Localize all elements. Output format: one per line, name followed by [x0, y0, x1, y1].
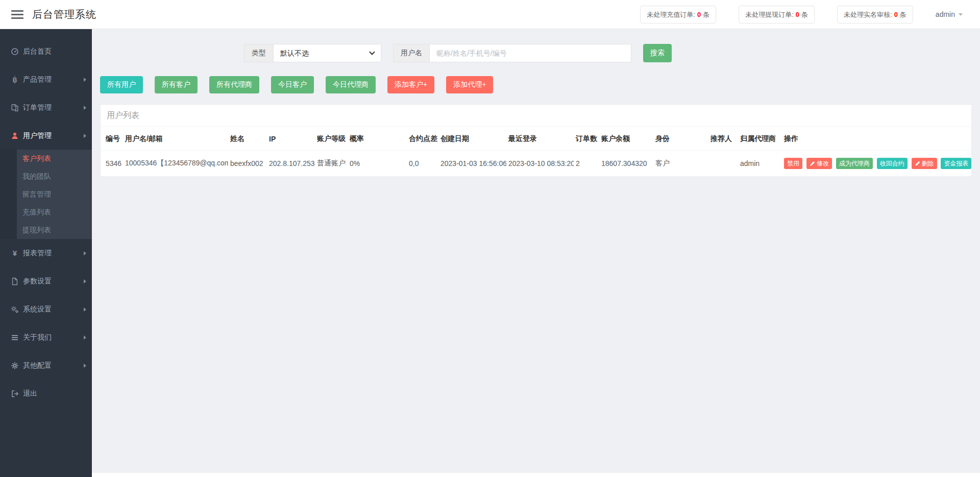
sidebar-item-about[interactable]: 关于我们	[0, 323, 92, 351]
sidebar-item-dashboard[interactable]: 后台首页	[0, 37, 92, 65]
orders-icon	[10, 104, 19, 112]
sidebar-item-system-settings[interactable]: 系统设置	[0, 295, 92, 323]
sidebar-item-label: 产品管理	[23, 75, 52, 84]
bitcoin-icon: B	[10, 76, 19, 84]
cell-order-count: 2	[574, 151, 599, 177]
col-ip: IP	[267, 127, 315, 151]
logout-icon	[10, 390, 19, 398]
sidebar-item-label: 后台首页	[23, 47, 52, 56]
list-icon	[10, 333, 19, 342]
submenu-item-messages[interactable]: 留言管理	[0, 185, 92, 203]
col-probability: 概率	[348, 127, 407, 151]
recall-contract-button[interactable]: 收回合约	[877, 158, 908, 169]
username-label: 用户名	[393, 44, 429, 62]
users-submenu: 客户列表 我的团队 留言管理 充值列表 提现列表	[0, 150, 92, 239]
user-dropdown-label: admin	[936, 10, 955, 18]
sidebar-item-other-config[interactable]: 其他配置	[0, 351, 92, 379]
all-customers-button[interactable]: 所有客户	[155, 76, 198, 93]
hamburger-menu-icon[interactable]	[11, 8, 23, 21]
sidebar-item-reports[interactable]: ¥ 报表管理	[0, 239, 92, 267]
search-button[interactable]: 搜索	[643, 44, 672, 62]
pending-withdraw-badge[interactable]: 未处理提现订单:0条	[739, 6, 815, 23]
dashboard-icon	[10, 47, 19, 56]
sidebar-item-label: 订单管理	[23, 103, 52, 112]
chevron-right-icon	[84, 134, 86, 138]
sidebar-item-label: 退出	[23, 389, 37, 398]
main-content: 类型 默认不选 用户名 搜索 所有用户 所有客户 所有代理商 今日客户 今日代理…	[92, 29, 980, 473]
sidebar-item-label: 关于我们	[23, 333, 52, 342]
become-agent-button[interactable]: 成为代理商	[836, 158, 873, 169]
panel-title: 用户列表	[101, 105, 971, 127]
sidebar-item-label: 报表管理	[23, 249, 52, 258]
all-users-button[interactable]: 所有用户	[100, 76, 143, 93]
chevron-right-icon	[84, 307, 86, 312]
col-created-date: 创建日期	[438, 127, 506, 151]
col-actions: 操作	[782, 127, 971, 151]
gears-icon	[10, 305, 19, 314]
table-header-row: 编号 用户名/邮箱 姓名 IP 账户等级 概率 合约点差 创建日期 最近登录 订…	[101, 127, 971, 151]
submenu-item-my-team[interactable]: 我的团队	[0, 168, 92, 185]
edit-button[interactable]: 修改	[806, 158, 832, 169]
chevron-right-icon	[84, 106, 86, 110]
col-last-login: 最近登录	[506, 127, 574, 151]
username-input[interactable]	[429, 44, 631, 62]
pending-verify-badge[interactable]: 未处理实名审核:0条	[837, 6, 913, 23]
submenu-item-recharge-list[interactable]: 充值列表	[0, 203, 92, 221]
type-select[interactable]: 默认不选	[273, 44, 381, 62]
delete-button[interactable]: 删除	[912, 158, 937, 169]
sidebar-item-label: 用户管理	[23, 131, 52, 140]
user-table: 编号 用户名/邮箱 姓名 IP 账户等级 概率 合约点差 创建日期 最近登录 订…	[101, 127, 971, 177]
cell-balance: 18607.304320	[599, 151, 653, 177]
pending-recharge-badge[interactable]: 未处理充值订单:0条	[640, 6, 716, 23]
chevron-right-icon	[84, 336, 86, 340]
sidebar-item-users[interactable]: 用户管理	[0, 122, 92, 150]
today-customers-button[interactable]: 今日客户	[271, 76, 314, 93]
cell-actions: 禁用 修改 成为代理商 收回合约 删除 资金报表	[782, 151, 971, 177]
sidebar-item-logout[interactable]: 退出	[0, 379, 92, 408]
today-agents-button[interactable]: 今日代理商	[326, 76, 376, 93]
col-order-count: 订单数	[574, 127, 599, 151]
cell-probability: 0%	[348, 151, 407, 177]
chevron-right-icon	[84, 279, 86, 283]
pencil-icon	[810, 161, 815, 166]
sidebar: 后台首页 B 产品管理 订单管理 用户管理 客户列表 我的团队 留言管理 充值列…	[0, 29, 92, 477]
user-list-panel: 用户列表 编号 用户名/邮箱 姓名 IP 账户等级 概率 合约点差 创建日期	[100, 104, 972, 177]
sidebar-item-label: 系统设置	[23, 305, 52, 314]
document-icon	[10, 277, 19, 285]
user-dropdown[interactable]: admin	[936, 10, 963, 18]
all-agents-button[interactable]: 所有代理商	[209, 76, 259, 93]
cell-account-level: 普通账户	[315, 151, 348, 177]
cell-ip: 202.8.107.253	[267, 151, 315, 177]
filter-buttons-row: 所有用户 所有客户 所有代理商 今日客户 今日代理商 添加客户+ 添加代理+	[92, 76, 980, 93]
cell-created-date: 2023-01-03 16:56:06	[438, 151, 506, 177]
add-agent-button[interactable]: 添加代理+	[446, 76, 493, 93]
chevron-right-icon	[84, 364, 86, 368]
sidebar-item-products[interactable]: B 产品管理	[0, 65, 92, 93]
chevron-right-icon	[84, 78, 86, 82]
col-id: 编号	[101, 127, 123, 151]
sidebar-item-orders[interactable]: 订单管理	[0, 93, 92, 122]
pending-withdraw-count: 0	[796, 11, 799, 18]
sidebar-item-parameters[interactable]: 参数设置	[0, 267, 92, 295]
col-username-email: 用户名/邮箱	[123, 127, 228, 151]
funds-report-button[interactable]: 资金报表	[941, 158, 971, 169]
col-name: 姓名	[228, 127, 267, 151]
sidebar-item-label: 其他配置	[23, 361, 52, 370]
submenu-item-customer-list[interactable]: 客户列表	[0, 150, 92, 168]
submenu-item-withdraw-list[interactable]: 提现列表	[0, 221, 92, 239]
search-form: 类型 默认不选 用户名 搜索	[92, 29, 980, 62]
col-identity: 身份	[653, 127, 708, 151]
app-title: 后台管理系统	[32, 8, 96, 21]
disable-button[interactable]: 禁用	[784, 158, 802, 169]
pending-recharge-count: 0	[697, 11, 701, 18]
cell-last-login: 2023-03-10 08:53:20	[506, 151, 574, 177]
cell-agent: admin	[738, 151, 782, 177]
add-customer-button[interactable]: 添加客户+	[387, 76, 434, 93]
sidebar-item-label: 参数设置	[23, 277, 52, 286]
cell-id: 5346	[101, 151, 123, 177]
cell-identity: 客户	[653, 151, 708, 177]
pencil-icon	[915, 161, 920, 166]
cell-name: beexfx002	[228, 151, 267, 177]
topbar: 后台管理系统 未处理充值订单:0条 未处理提现订单:0条 未处理实名审核:0条 …	[0, 0, 980, 29]
username-input-group: 用户名	[393, 44, 631, 62]
